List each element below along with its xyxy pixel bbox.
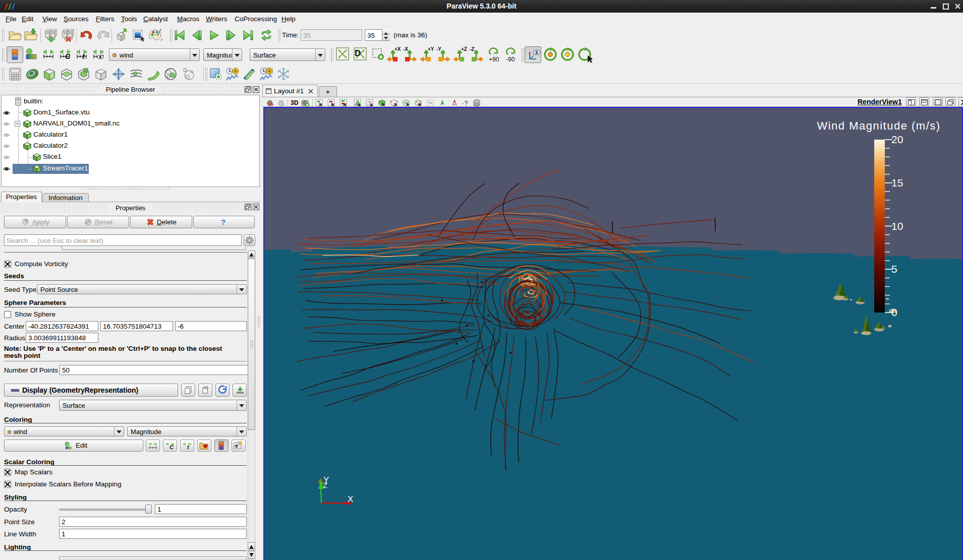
svg-text:+Z: +Z bbox=[461, 46, 467, 52]
svg-text:X: X bbox=[348, 494, 353, 504]
svg-text:5: 5 bbox=[891, 263, 897, 275]
svg-text:C: C bbox=[65, 52, 71, 60]
svg-text:10: 10 bbox=[891, 220, 903, 232]
svg-text:C: C bbox=[169, 444, 174, 450]
svg-text:-90: -90 bbox=[506, 56, 515, 63]
svg-text:20: 20 bbox=[891, 134, 903, 145]
svg-text:-Z: -Z bbox=[470, 46, 474, 52]
svg-text:15: 15 bbox=[891, 177, 903, 189]
svg-text:D: D bbox=[355, 48, 361, 58]
svg-text:-Y: -Y bbox=[436, 46, 441, 52]
svg-text:·?: ·? bbox=[462, 99, 468, 107]
svg-text:0: 0 bbox=[891, 306, 897, 318]
svg-text:+X: +X bbox=[394, 46, 401, 52]
svg-text:-X: -X bbox=[403, 46, 408, 52]
svg-text:+Y: +Y bbox=[428, 46, 434, 52]
svg-text:+90: +90 bbox=[489, 56, 499, 63]
svg-text:Wind Magnitude (m/s): Wind Magnitude (m/s) bbox=[817, 119, 940, 132]
svg-text:Z: Z bbox=[323, 481, 327, 489]
svg-text:e: e bbox=[235, 443, 238, 449]
